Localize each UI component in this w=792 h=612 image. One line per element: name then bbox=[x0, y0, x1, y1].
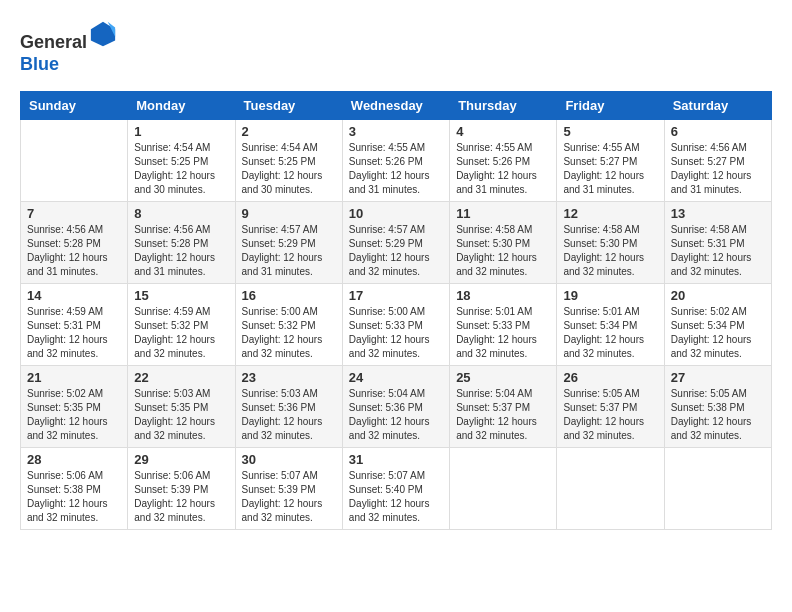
calendar-cell: 19Sunrise: 5:01 AM Sunset: 5:34 PM Dayli… bbox=[557, 284, 664, 366]
day-number: 10 bbox=[349, 206, 443, 221]
day-info: Sunrise: 4:58 AM Sunset: 5:31 PM Dayligh… bbox=[671, 223, 765, 279]
calendar-week-row: 7Sunrise: 4:56 AM Sunset: 5:28 PM Daylig… bbox=[21, 202, 772, 284]
day-number: 29 bbox=[134, 452, 228, 467]
day-info: Sunrise: 4:55 AM Sunset: 5:26 PM Dayligh… bbox=[349, 141, 443, 197]
day-number: 31 bbox=[349, 452, 443, 467]
calendar-cell: 31Sunrise: 5:07 AM Sunset: 5:40 PM Dayli… bbox=[342, 448, 449, 530]
day-number: 23 bbox=[242, 370, 336, 385]
day-info: Sunrise: 4:57 AM Sunset: 5:29 PM Dayligh… bbox=[349, 223, 443, 279]
day-info: Sunrise: 4:57 AM Sunset: 5:29 PM Dayligh… bbox=[242, 223, 336, 279]
day-number: 20 bbox=[671, 288, 765, 303]
logo-general: General bbox=[20, 32, 87, 52]
day-info: Sunrise: 4:58 AM Sunset: 5:30 PM Dayligh… bbox=[563, 223, 657, 279]
day-info: Sunrise: 5:07 AM Sunset: 5:39 PM Dayligh… bbox=[242, 469, 336, 525]
day-info: Sunrise: 5:05 AM Sunset: 5:37 PM Dayligh… bbox=[563, 387, 657, 443]
day-number: 13 bbox=[671, 206, 765, 221]
calendar-cell: 25Sunrise: 5:04 AM Sunset: 5:37 PM Dayli… bbox=[450, 366, 557, 448]
calendar-cell: 27Sunrise: 5:05 AM Sunset: 5:38 PM Dayli… bbox=[664, 366, 771, 448]
day-number: 8 bbox=[134, 206, 228, 221]
day-number: 11 bbox=[456, 206, 550, 221]
day-number: 4 bbox=[456, 124, 550, 139]
calendar-week-row: 21Sunrise: 5:02 AM Sunset: 5:35 PM Dayli… bbox=[21, 366, 772, 448]
day-info: Sunrise: 5:04 AM Sunset: 5:37 PM Dayligh… bbox=[456, 387, 550, 443]
weekday-header: Saturday bbox=[664, 92, 771, 120]
weekday-header: Sunday bbox=[21, 92, 128, 120]
calendar-week-row: 28Sunrise: 5:06 AM Sunset: 5:38 PM Dayli… bbox=[21, 448, 772, 530]
day-info: Sunrise: 5:07 AM Sunset: 5:40 PM Dayligh… bbox=[349, 469, 443, 525]
day-number: 15 bbox=[134, 288, 228, 303]
day-number: 27 bbox=[671, 370, 765, 385]
day-info: Sunrise: 4:59 AM Sunset: 5:31 PM Dayligh… bbox=[27, 305, 121, 361]
calendar-cell: 28Sunrise: 5:06 AM Sunset: 5:38 PM Dayli… bbox=[21, 448, 128, 530]
calendar-cell: 15Sunrise: 4:59 AM Sunset: 5:32 PM Dayli… bbox=[128, 284, 235, 366]
calendar-cell: 5Sunrise: 4:55 AM Sunset: 5:27 PM Daylig… bbox=[557, 120, 664, 202]
day-number: 22 bbox=[134, 370, 228, 385]
day-number: 17 bbox=[349, 288, 443, 303]
calendar-cell: 9Sunrise: 4:57 AM Sunset: 5:29 PM Daylig… bbox=[235, 202, 342, 284]
day-number: 1 bbox=[134, 124, 228, 139]
day-info: Sunrise: 4:56 AM Sunset: 5:28 PM Dayligh… bbox=[27, 223, 121, 279]
page-header: General Blue bbox=[20, 20, 772, 75]
calendar-cell bbox=[450, 448, 557, 530]
day-number: 25 bbox=[456, 370, 550, 385]
day-number: 30 bbox=[242, 452, 336, 467]
day-number: 28 bbox=[27, 452, 121, 467]
day-info: Sunrise: 4:54 AM Sunset: 5:25 PM Dayligh… bbox=[242, 141, 336, 197]
calendar-cell: 11Sunrise: 4:58 AM Sunset: 5:30 PM Dayli… bbox=[450, 202, 557, 284]
day-number: 14 bbox=[27, 288, 121, 303]
calendar-cell: 8Sunrise: 4:56 AM Sunset: 5:28 PM Daylig… bbox=[128, 202, 235, 284]
calendar-cell: 24Sunrise: 5:04 AM Sunset: 5:36 PM Dayli… bbox=[342, 366, 449, 448]
day-number: 6 bbox=[671, 124, 765, 139]
logo-icon bbox=[89, 20, 117, 48]
day-number: 24 bbox=[349, 370, 443, 385]
day-number: 5 bbox=[563, 124, 657, 139]
day-number: 3 bbox=[349, 124, 443, 139]
calendar-cell: 18Sunrise: 5:01 AM Sunset: 5:33 PM Dayli… bbox=[450, 284, 557, 366]
weekday-header: Wednesday bbox=[342, 92, 449, 120]
day-info: Sunrise: 5:01 AM Sunset: 5:33 PM Dayligh… bbox=[456, 305, 550, 361]
day-info: Sunrise: 5:01 AM Sunset: 5:34 PM Dayligh… bbox=[563, 305, 657, 361]
calendar-cell: 13Sunrise: 4:58 AM Sunset: 5:31 PM Dayli… bbox=[664, 202, 771, 284]
weekday-header: Thursday bbox=[450, 92, 557, 120]
calendar-cell: 22Sunrise: 5:03 AM Sunset: 5:35 PM Dayli… bbox=[128, 366, 235, 448]
day-info: Sunrise: 4:54 AM Sunset: 5:25 PM Dayligh… bbox=[134, 141, 228, 197]
day-number: 18 bbox=[456, 288, 550, 303]
weekday-header: Friday bbox=[557, 92, 664, 120]
day-info: Sunrise: 5:02 AM Sunset: 5:34 PM Dayligh… bbox=[671, 305, 765, 361]
day-number: 26 bbox=[563, 370, 657, 385]
day-number: 19 bbox=[563, 288, 657, 303]
calendar-cell bbox=[557, 448, 664, 530]
calendar-cell: 1Sunrise: 4:54 AM Sunset: 5:25 PM Daylig… bbox=[128, 120, 235, 202]
day-info: Sunrise: 5:02 AM Sunset: 5:35 PM Dayligh… bbox=[27, 387, 121, 443]
logo-blue: Blue bbox=[20, 54, 59, 74]
calendar-cell: 20Sunrise: 5:02 AM Sunset: 5:34 PM Dayli… bbox=[664, 284, 771, 366]
day-info: Sunrise: 5:06 AM Sunset: 5:38 PM Dayligh… bbox=[27, 469, 121, 525]
day-info: Sunrise: 4:59 AM Sunset: 5:32 PM Dayligh… bbox=[134, 305, 228, 361]
calendar-cell: 21Sunrise: 5:02 AM Sunset: 5:35 PM Dayli… bbox=[21, 366, 128, 448]
weekday-header: Monday bbox=[128, 92, 235, 120]
weekday-header: Tuesday bbox=[235, 92, 342, 120]
day-info: Sunrise: 5:03 AM Sunset: 5:36 PM Dayligh… bbox=[242, 387, 336, 443]
calendar-cell bbox=[664, 448, 771, 530]
day-number: 7 bbox=[27, 206, 121, 221]
day-info: Sunrise: 5:00 AM Sunset: 5:32 PM Dayligh… bbox=[242, 305, 336, 361]
logo: General Blue bbox=[20, 20, 117, 75]
calendar-cell: 26Sunrise: 5:05 AM Sunset: 5:37 PM Dayli… bbox=[557, 366, 664, 448]
calendar-cell: 23Sunrise: 5:03 AM Sunset: 5:36 PM Dayli… bbox=[235, 366, 342, 448]
calendar-week-row: 14Sunrise: 4:59 AM Sunset: 5:31 PM Dayli… bbox=[21, 284, 772, 366]
day-number: 21 bbox=[27, 370, 121, 385]
day-number: 12 bbox=[563, 206, 657, 221]
day-info: Sunrise: 5:04 AM Sunset: 5:36 PM Dayligh… bbox=[349, 387, 443, 443]
day-info: Sunrise: 5:05 AM Sunset: 5:38 PM Dayligh… bbox=[671, 387, 765, 443]
weekday-header-row: SundayMondayTuesdayWednesdayThursdayFrid… bbox=[21, 92, 772, 120]
calendar-cell: 6Sunrise: 4:56 AM Sunset: 5:27 PM Daylig… bbox=[664, 120, 771, 202]
calendar-cell bbox=[21, 120, 128, 202]
calendar-cell: 10Sunrise: 4:57 AM Sunset: 5:29 PM Dayli… bbox=[342, 202, 449, 284]
day-info: Sunrise: 4:58 AM Sunset: 5:30 PM Dayligh… bbox=[456, 223, 550, 279]
day-info: Sunrise: 4:56 AM Sunset: 5:28 PM Dayligh… bbox=[134, 223, 228, 279]
day-info: Sunrise: 4:55 AM Sunset: 5:27 PM Dayligh… bbox=[563, 141, 657, 197]
day-number: 2 bbox=[242, 124, 336, 139]
calendar-cell: 4Sunrise: 4:55 AM Sunset: 5:26 PM Daylig… bbox=[450, 120, 557, 202]
calendar-cell: 29Sunrise: 5:06 AM Sunset: 5:39 PM Dayli… bbox=[128, 448, 235, 530]
calendar-cell: 17Sunrise: 5:00 AM Sunset: 5:33 PM Dayli… bbox=[342, 284, 449, 366]
